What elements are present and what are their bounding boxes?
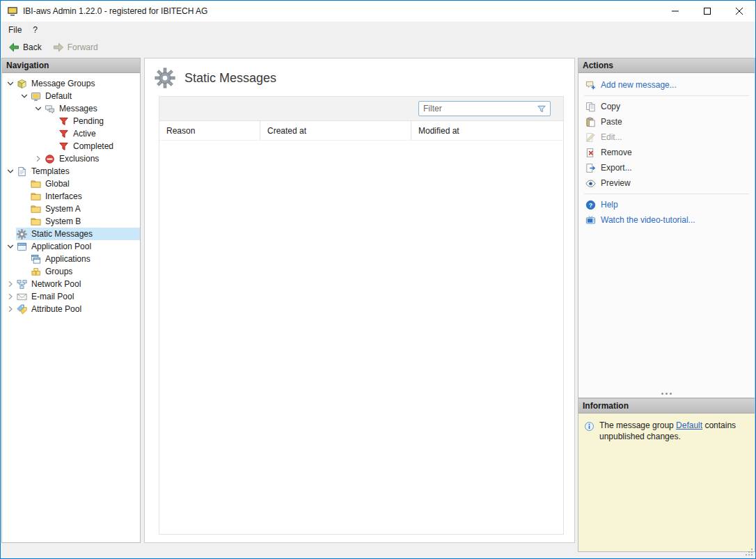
chevron-placeholder <box>19 178 30 189</box>
tree-item-body: Templates <box>16 165 140 178</box>
filter-bar <box>159 97 563 121</box>
chevron-placeholder <box>47 128 58 139</box>
tree-item-body: Message Groups <box>16 77 140 90</box>
action-label: Help <box>601 200 618 210</box>
action-paste[interactable]: Paste <box>578 114 755 129</box>
action-label: Copy <box>601 102 620 111</box>
column-header-created-at[interactable]: Created at <box>260 121 411 140</box>
messages-icon <box>45 104 55 114</box>
action-edit[interactable]: Edit... <box>578 129 755 145</box>
table-body <box>159 141 563 534</box>
chevron-expanded-icon[interactable] <box>33 103 44 114</box>
close-icon <box>736 8 743 15</box>
tree-item-network-pool[interactable]: Network Pool <box>2 278 140 290</box>
tree-item-body: Exclusions <box>44 152 140 165</box>
chevron-placeholder <box>5 228 16 239</box>
action-label: Preview <box>601 178 631 188</box>
tree-item-templates[interactable]: Templates <box>2 165 140 178</box>
filter-input[interactable] <box>419 104 533 113</box>
tree-item-e-mail-pool[interactable]: E-mail Pool <box>2 290 140 303</box>
tree-item-messages[interactable]: Messages <box>2 102 140 115</box>
tree-item-label: Groups <box>42 267 75 276</box>
tree-item-groups[interactable]: Groups <box>2 265 140 278</box>
tree-item-active[interactable]: Active <box>2 127 140 140</box>
chevron-expanded-icon[interactable] <box>5 241 16 252</box>
action-add-new-message[interactable]: Add new message... <box>578 77 755 93</box>
tree-item-label: Network Pool <box>29 279 84 289</box>
toolbar: Back Forward <box>1 38 755 56</box>
panel-splitter[interactable] <box>578 389 755 397</box>
maximize-button[interactable] <box>691 1 723 22</box>
navigation-header: Navigation <box>2 58 140 73</box>
tree-item-pending[interactable]: Pending <box>2 115 140 127</box>
help-icon: ? <box>585 200 596 210</box>
chevron-collapsed-icon[interactable] <box>5 291 16 302</box>
table-header: ReasonCreated atModified at <box>159 121 563 141</box>
message-groups-icon <box>17 79 27 89</box>
tree-item-applications[interactable]: Applications <box>2 253 140 265</box>
default-group-link[interactable]: Default <box>676 420 702 430</box>
tree-item-body: Interfaces <box>30 190 140 203</box>
chevron-collapsed-icon[interactable] <box>5 304 16 315</box>
forward-button[interactable]: Forward <box>49 40 104 55</box>
action-copy[interactable]: Copy <box>578 99 755 114</box>
tree-item-interfaces[interactable]: Interfaces <box>2 190 140 203</box>
chevron-collapsed-icon[interactable] <box>33 153 44 164</box>
splitter-dot <box>666 393 668 395</box>
menu-help[interactable]: ? <box>27 23 43 37</box>
tree-item-completed[interactable]: Completed <box>2 140 140 152</box>
tree-item-static-messages[interactable]: Static Messages <box>2 228 140 240</box>
tree-item-global[interactable]: Global <box>2 178 140 190</box>
minimize-button[interactable] <box>659 1 691 22</box>
attribute-pool-icon <box>17 304 27 315</box>
tree-item-body: System B <box>30 215 140 228</box>
tree-item-body: Completed <box>58 140 140 152</box>
tree-item-label: Templates <box>29 166 72 176</box>
tree-item-body: Global <box>30 178 140 190</box>
splitter-dot <box>670 393 672 395</box>
chevron-expanded-icon[interactable] <box>19 90 30 102</box>
window-controls <box>659 1 755 22</box>
tree-item-attribute-pool[interactable]: Attribute Pool <box>2 303 140 315</box>
tree-item-label: Interfaces <box>42 191 85 201</box>
tree-item-body: Static Messages <box>16 228 140 240</box>
tree-item-exclusions[interactable]: Exclusions <box>2 152 140 165</box>
tree-item-default[interactable]: Default <box>2 90 140 102</box>
default-group-icon <box>31 91 41 102</box>
action-help[interactable]: ?Help <box>578 197 755 212</box>
tree-item-system-a[interactable]: System A <box>2 203 140 215</box>
column-header-reason[interactable]: Reason <box>159 121 260 140</box>
navigation-tree: Message GroupsDefaultMessagesPendingActi… <box>2 73 140 315</box>
tree-item-label: System A <box>42 204 84 214</box>
chevron-expanded-icon[interactable] <box>5 78 16 89</box>
action-export[interactable]: Export... <box>578 160 755 175</box>
tree-item-system-b[interactable]: System B <box>2 215 140 228</box>
tree-item-body: Pending <box>58 115 140 127</box>
back-button[interactable]: Back <box>5 40 48 55</box>
export-icon <box>585 163 596 173</box>
tree-item-label: Default <box>42 91 74 101</box>
tree-item-message-groups[interactable]: Message Groups <box>2 77 140 90</box>
applications-icon <box>31 254 41 265</box>
exclusions-icon <box>45 154 55 164</box>
chevron-collapsed-icon[interactable] <box>5 278 16 290</box>
action-remove[interactable]: Remove <box>578 145 755 160</box>
filter-funnel-icon[interactable] <box>533 104 550 114</box>
navigation-panel: Navigation Message GroupsDefaultMessages… <box>1 58 141 543</box>
close-button[interactable] <box>723 1 755 22</box>
menu-file[interactable]: File <box>3 23 27 37</box>
tree-item-application-pool[interactable]: Application Pool <box>2 240 140 253</box>
messages-grid: ReasonCreated atModified at <box>159 96 564 535</box>
funnel-icon <box>58 129 69 139</box>
column-header-modified-at[interactable]: Modified at <box>411 121 563 140</box>
tree-item-label: Global <box>42 179 72 189</box>
tree-item-label: Completed <box>70 141 116 151</box>
action-watch-the-video-tutorial[interactable]: Watch the video-tutorial... <box>578 212 755 228</box>
resize-grip-icon[interactable] <box>745 548 753 556</box>
groups-icon <box>31 267 41 277</box>
chevron-expanded-icon[interactable] <box>5 166 16 177</box>
funnel-icon <box>58 141 69 152</box>
main-panel: Static Messages ReasonCreated atModified… <box>144 58 575 543</box>
action-preview[interactable]: Preview <box>578 175 755 191</box>
chevron-placeholder <box>19 203 30 214</box>
